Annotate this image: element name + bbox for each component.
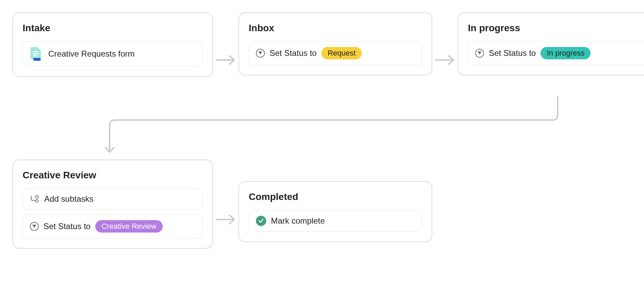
check-circle-icon	[256, 216, 266, 226]
svg-point-5	[36, 200, 38, 202]
svg-marker-6	[32, 225, 36, 228]
mark-complete-label: Mark complete	[271, 216, 325, 226]
svg-marker-1	[258, 51, 262, 55]
arrow-icon	[215, 53, 237, 67]
arrow-icon	[434, 53, 456, 67]
form-icon	[30, 47, 44, 61]
stage-completed[interactable]: Completed Mark complete	[238, 181, 432, 242]
stage-intake[interactable]: Intake Creative Requests form	[12, 12, 213, 77]
action-add-subtasks[interactable]: Add subtasks	[23, 188, 203, 210]
svg-point-4	[36, 196, 38, 198]
add-subtasks-label: Add subtasks	[44, 194, 94, 204]
set-status-label: Set Status to	[270, 48, 317, 58]
chevron-down-circle-icon	[475, 49, 484, 58]
action-set-status[interactable]: Set Status to In progress	[468, 41, 644, 65]
stage-title: Intake	[23, 23, 203, 34]
stage-creative-review[interactable]: Creative Review Add subtasks Set Status …	[12, 159, 213, 249]
stage-inbox[interactable]: Inbox Set Status to Request	[238, 12, 432, 75]
action-set-status[interactable]: Set Status to Creative Review	[23, 214, 203, 238]
stage-in-progress[interactable]: In progress Set Status to In progress	[458, 12, 644, 75]
action-set-status[interactable]: Set Status to Request	[249, 41, 422, 65]
stage-title: In progress	[468, 23, 644, 34]
arrow-connector-icon	[103, 95, 562, 157]
stage-title: Inbox	[249, 23, 422, 34]
status-badge: In progress	[541, 47, 591, 59]
arrow-icon	[215, 213, 237, 226]
chevron-down-circle-icon	[256, 49, 265, 58]
set-status-label: Set Status to	[489, 48, 536, 58]
status-badge: Creative Review	[95, 220, 162, 233]
svg-marker-3	[478, 51, 482, 55]
stage-title: Completed	[249, 191, 422, 202]
stage-title: Creative Review	[23, 170, 203, 181]
action-mark-complete[interactable]: Mark complete	[249, 210, 422, 232]
form-name: Creative Requests form	[48, 49, 135, 59]
set-status-label: Set Status to	[44, 222, 90, 231]
status-badge: Request	[321, 47, 362, 59]
action-form-trigger[interactable]: Creative Requests form	[23, 41, 203, 67]
chevron-down-circle-icon	[30, 222, 39, 231]
subtasks-icon	[30, 194, 39, 204]
